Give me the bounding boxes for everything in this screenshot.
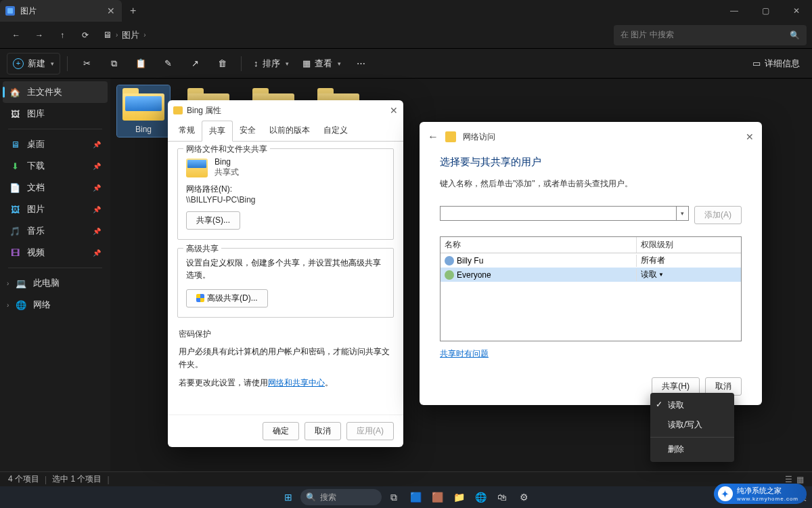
view-button[interactable]: ▦ 查看 (297, 53, 346, 75)
paste-button[interactable]: 📋 (129, 53, 153, 75)
taskbar-edge[interactable]: 🌐 (471, 488, 490, 507)
tab-previous[interactable]: 以前的版本 (263, 121, 317, 141)
advanced-share-button[interactable]: 高级共享(D)... (186, 289, 268, 308)
chevron-right-icon: › (7, 280, 9, 287)
tab-title: 图片 (20, 5, 102, 17)
menu-readwrite[interactable]: 读取/写入 (650, 415, 734, 435)
pin-icon: 📌 (93, 141, 101, 148)
dialog-title: Bing 属性 (187, 105, 221, 117)
user-icon (445, 256, 454, 266)
group-network-share: 网络文件和文件夹共享 Bing 共享式 网络路径(N): \\BILLYFU-P… (177, 148, 394, 240)
back-button[interactable]: ← (5, 24, 27, 46)
more-button[interactable]: ⋯ (349, 53, 374, 75)
home-icon: 🏠 (9, 87, 20, 98)
taskbar-store[interactable]: 🛍 (493, 488, 512, 507)
cut-button[interactable]: ✂ (74, 53, 99, 75)
sidebar-item-documents[interactable]: 📄文档📌 (3, 177, 108, 198)
group-title: 网络文件和文件夹共享 (183, 144, 270, 155)
selection-count: 选中 1 个项目 (52, 473, 102, 485)
sidebar-item-downloads[interactable]: ⬇下载📌 (3, 155, 108, 177)
share-button[interactable]: 共享(S)... (186, 211, 240, 230)
sidebar-item-thispc[interactable]: ›💻此电脑 (3, 272, 108, 294)
properties-dialog: Bing 属性 ✕ 常规 共享 安全 以前的版本 自定义 网络文件和文件夹共享 … (168, 100, 403, 447)
na-subtext: 键入名称，然后单击"添加"，或者单击箭头查找用户。 (440, 178, 742, 190)
taskbar-search[interactable]: 🔍搜索 (300, 489, 382, 505)
add-user-button[interactable]: 添加(A) (694, 206, 742, 224)
copy-button[interactable]: ⧉ (102, 53, 126, 75)
chevron-down-icon[interactable]: ▾ (676, 207, 688, 220)
details-pane-button[interactable]: ▭ 详细信息 (747, 53, 805, 75)
col-name[interactable]: 名称 (441, 237, 637, 253)
search-input[interactable]: 在 图片 中搜索 🔍 (614, 25, 807, 45)
close-window-button[interactable]: ✕ (781, 0, 812, 22)
view-grid-icon[interactable]: ▦ (796, 475, 804, 484)
up-button[interactable]: ↑ (51, 24, 73, 46)
sidebar-item-network[interactable]: ›🌐网络 (3, 294, 108, 316)
breadcrumb[interactable]: 🖥 › 图片 › (103, 29, 146, 41)
cancel-button[interactable]: 取消 (304, 422, 341, 440)
minimize-button[interactable]: — (719, 0, 750, 22)
sidebar-item-desktop[interactable]: 🖥桌面📌 (3, 133, 108, 155)
user-row-everyone[interactable]: Everyone 读取 (441, 268, 741, 282)
dialog-title: 网络访问 (463, 131, 495, 143)
chevron-right-icon: › (143, 31, 145, 39)
maximize-button[interactable]: ▢ (750, 0, 781, 22)
group-password: 密码保护 用户必须具有此计算机的用户帐户和密码，才能访问共享文件夹。 若要更改此… (177, 326, 394, 393)
sort-button[interactable]: ↕ 排序 (248, 53, 294, 75)
col-perm[interactable]: 权限级别 (637, 237, 677, 253)
menu-remove[interactable]: 删除 (650, 440, 734, 459)
tab-pictures[interactable]: 图片 ✕ (0, 0, 122, 22)
new-button[interactable]: +新建 (7, 53, 60, 75)
pin-icon: 📌 (93, 163, 101, 170)
pictures-tab-icon (5, 6, 15, 16)
taskbar-explorer[interactable]: 📁 (449, 488, 468, 507)
perm-dropdown[interactable]: 读取 (641, 269, 664, 280)
ok-button[interactable]: 确定 (263, 422, 299, 440)
document-icon: 📄 (9, 182, 20, 193)
user-row[interactable]: Billy Fu 所有者 (441, 253, 741, 268)
refresh-button[interactable]: ⟳ (74, 24, 96, 46)
rename-button[interactable]: ✎ (156, 53, 180, 75)
sidebar-item-videos[interactable]: 🎞视频📌 (3, 242, 108, 263)
menu-read[interactable]: 读取 (650, 396, 734, 415)
view-list-icon[interactable]: ☰ (785, 475, 792, 484)
close-tab-icon[interactable]: ✕ (107, 5, 115, 16)
delete-button[interactable]: 🗑 (210, 53, 234, 75)
group-title: 密码保护 (179, 329, 392, 340)
close-icon[interactable]: ✕ (390, 105, 398, 116)
video-icon: 🎞 (9, 247, 20, 258)
folder-bing[interactable]: Bing (117, 85, 170, 137)
forward-button[interactable]: → (28, 24, 50, 46)
taskbar-app[interactable]: 🟫 (428, 488, 447, 507)
taskbar-app[interactable]: 🟦 (406, 488, 425, 507)
close-icon[interactable]: ✕ (746, 131, 754, 142)
pin-icon: 📌 (93, 184, 101, 192)
user-list: 名称 权限级别 Billy Fu 所有者 Everyone 读取 读取 读取/写… (440, 236, 742, 341)
apply-button[interactable]: 应用(A) (346, 422, 394, 440)
toolbar: +新建 ✂ ⧉ 📋 ✎ ↗ 🗑 ↕ 排序 ▦ 查看 ⋯ ▭ 详细信息 (0, 49, 812, 79)
sidebar-item-music[interactable]: 🎵音乐📌 (3, 220, 108, 242)
user-combo[interactable]: ▾ (440, 206, 689, 221)
tab-share[interactable]: 共享 (202, 121, 233, 142)
dialog-header: ← 网络访问 ✕ (420, 122, 762, 152)
start-button[interactable]: ⊞ (279, 488, 298, 507)
folder-name: Bing (215, 157, 239, 167)
share-button[interactable]: ↗ (183, 53, 207, 75)
tab-custom[interactable]: 自定义 (317, 121, 355, 141)
sidebar-item-gallery[interactable]: 🖼图库 (3, 103, 108, 125)
sidebar: 🏠主文件夹 🖼图库 🖥桌面📌 ⬇下载📌 📄文档📌 🖼图片📌 🎵音乐📌 🎞视频📌 … (0, 79, 110, 478)
network-access-dialog: ← 网络访问 ✕ 选择要与其共享的用户 键入名称，然后单击"添加"，或者单击箭头… (420, 122, 762, 405)
new-tab-button[interactable]: + (122, 5, 144, 17)
task-view-button[interactable]: ⧉ (384, 488, 403, 507)
sharing-help-link[interactable]: 共享时有问题 (440, 349, 489, 358)
dialog-titlebar[interactable]: Bing 属性 ✕ (168, 100, 403, 121)
sidebar-item-pictures[interactable]: 🖼图片📌 (3, 198, 108, 220)
taskbar-settings[interactable]: ⚙ (514, 488, 533, 507)
crumb-pictures[interactable]: 图片 (122, 29, 139, 41)
network-center-link[interactable]: 网络和共享中心 (268, 378, 325, 387)
tab-general[interactable]: 常规 (172, 121, 202, 141)
back-icon[interactable]: ← (428, 131, 438, 143)
tab-security[interactable]: 安全 (233, 121, 263, 141)
sidebar-item-home[interactable]: 🏠主文件夹 (3, 81, 108, 103)
monitor-icon: 🖥 (103, 30, 112, 40)
